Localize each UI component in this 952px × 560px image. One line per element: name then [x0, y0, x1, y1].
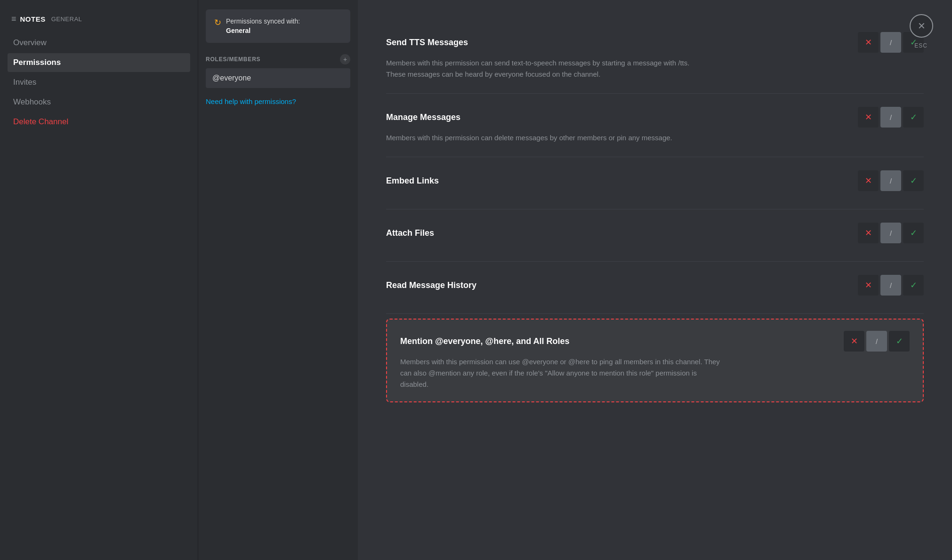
deny-read-history[interactable]: ✕ [858, 275, 879, 296]
sidebar-item-webhooks[interactable]: Webhooks [8, 93, 190, 112]
sidebar-header: ≡ NOTES GENERAL [8, 14, 190, 24]
main-content: ✕ ESC Send TTS Messages ✕ / ✓ Members wi… [358, 0, 952, 560]
neutral-embed-links[interactable]: / [880, 170, 901, 191]
allow-mention-everyone[interactable]: ✓ [889, 331, 910, 352]
controls-attach-files: ✕ / ✓ [858, 223, 924, 243]
neutral-attach-files[interactable]: / [880, 223, 901, 243]
sidebar-item-delete-channel[interactable]: Delete Channel [8, 112, 190, 131]
controls-embed-links: ✕ / ✓ [858, 170, 924, 191]
deny-attach-files[interactable]: ✕ [858, 223, 879, 243]
sidebar-item-overview[interactable]: Overview [8, 33, 190, 52]
permission-desc-mention-everyone: Members with this permission can use @ev… [400, 356, 720, 390]
allow-read-history[interactable]: ✓ [903, 275, 924, 296]
allow-embed-links[interactable]: ✓ [903, 170, 924, 191]
neutral-manage-messages[interactable]: / [880, 107, 901, 128]
allow-attach-files[interactable]: ✓ [903, 223, 924, 243]
help-link[interactable]: Need help with permissions? [206, 97, 350, 105]
controls-manage-messages: ✕ / ✓ [858, 107, 924, 128]
sync-icon: ↻ [214, 17, 221, 28]
allow-manage-messages[interactable]: ✓ [903, 107, 924, 128]
add-role-button[interactable]: + [340, 54, 350, 64]
permission-desc-manage-messages: Members with this permission can delete … [386, 132, 706, 144]
channel-icon: ≡ [11, 14, 16, 24]
sync-notice: ↻ Permissions synced with: General [206, 9, 350, 43]
sidebar-item-permissions[interactable]: Permissions [8, 53, 190, 72]
controls-read-history: ✕ / ✓ [858, 275, 924, 296]
role-everyone[interactable]: @everyone [206, 68, 350, 88]
sidebar-nav: Overview Permissions Invites Webhooks De… [8, 33, 190, 131]
deny-manage-messages[interactable]: ✕ [858, 107, 879, 128]
sidebar: ≡ NOTES GENERAL Overview Permissions Inv… [0, 0, 198, 560]
deny-mention-everyone[interactable]: ✕ [844, 331, 864, 352]
permission-manage-messages: Manage Messages ✕ / ✓ Members with this … [386, 94, 924, 157]
permission-name-embed-links: Embed Links [386, 176, 439, 186]
permission-name-send-tts: Send TTS Messages [386, 38, 468, 48]
deny-send-tts[interactable]: ✕ [858, 32, 879, 53]
permission-name-manage-messages: Manage Messages [386, 112, 460, 122]
permission-mention-everyone: Mention @everyone, @here, and All Roles … [386, 319, 924, 402]
esc-label: ESC [914, 42, 928, 49]
channel-category: GENERAL [51, 16, 82, 23]
permission-read-history: Read Message History ✕ / ✓ [386, 262, 924, 314]
permission-name-attach-files: Attach Files [386, 228, 434, 238]
roles-section-header: ROLES/MEMBERS + [206, 54, 350, 64]
permission-send-tts: Send TTS Messages ✕ / ✓ Members with thi… [386, 19, 924, 94]
controls-mention-everyone: ✕ / ✓ [844, 331, 910, 352]
sync-text: Permissions synced with: General [226, 17, 300, 35]
middle-panel: ↻ Permissions synced with: General ROLES… [198, 0, 358, 560]
deny-embed-links[interactable]: ✕ [858, 170, 879, 191]
close-button[interactable]: ✕ [910, 14, 933, 38]
neutral-mention-everyone[interactable]: / [866, 331, 887, 352]
permission-desc-send-tts: Members with this permission can send te… [386, 57, 706, 80]
permission-embed-links: Embed Links ✕ / ✓ [386, 157, 924, 209]
sidebar-item-invites[interactable]: Invites [8, 73, 190, 92]
roles-section-label: ROLES/MEMBERS [206, 56, 260, 63]
permission-name-mention-everyone: Mention @everyone, @here, and All Roles [400, 336, 570, 346]
channel-name: NOTES [20, 15, 46, 23]
permission-name-read-history: Read Message History [386, 280, 476, 290]
neutral-send-tts[interactable]: / [880, 32, 901, 53]
neutral-read-history[interactable]: / [880, 275, 901, 296]
close-icon: ✕ [918, 20, 926, 32]
permission-attach-files: Attach Files ✕ / ✓ [386, 209, 924, 262]
